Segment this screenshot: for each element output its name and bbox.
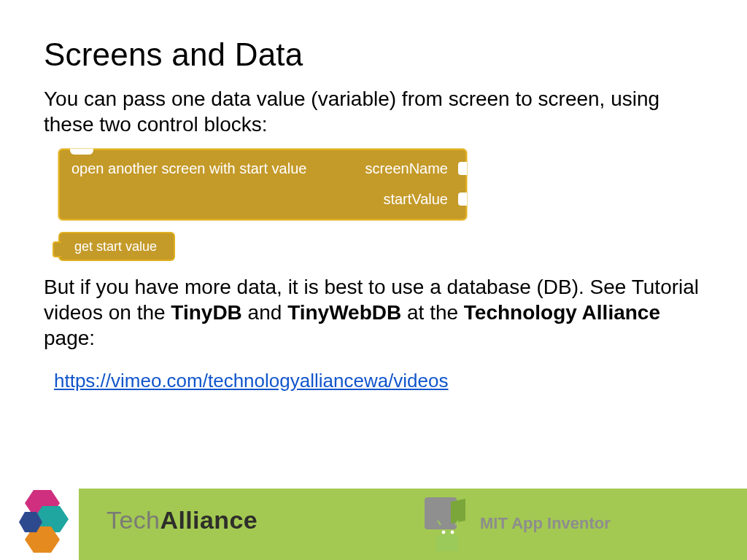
slide-title: Screens and Data — [44, 36, 703, 73]
get-start-value-label: get start value — [74, 239, 157, 254]
intro-paragraph: You can pass one data value (variable) f… — [44, 86, 703, 137]
vimeo-link[interactable]: https://vimeo.com/technologyalliancewa/v… — [54, 370, 449, 392]
get-start-value-block: get start value — [58, 232, 175, 261]
svg-point-6 — [442, 531, 446, 534]
code-blocks-area: open another screen with start value scr… — [58, 149, 703, 261]
mit-app-inventor-label: MIT App Inventor — [480, 514, 611, 533]
svg-point-7 — [451, 531, 454, 534]
techalliance-wordmark: TechAlliance — [107, 506, 258, 534]
db-paragraph: But if you have more data, it is best to… — [44, 274, 703, 351]
open-screen-block-label: open another screen with start value — [71, 160, 306, 177]
footer: TechAlliance MIT App Inventor — [0, 489, 747, 560]
mit-app-inventor-badge: MIT App Inventor — [422, 494, 611, 553]
svg-marker-5 — [451, 499, 465, 524]
open-screen-block-arg1: screenName — [365, 160, 448, 177]
svg-rect-10 — [436, 538, 458, 551]
open-screen-block-arg2: startValue — [383, 191, 448, 208]
techalliance-logo-icon — [18, 490, 74, 557]
open-screen-block: open another screen with start value scr… — [58, 149, 467, 220]
android-icon — [422, 494, 473, 553]
